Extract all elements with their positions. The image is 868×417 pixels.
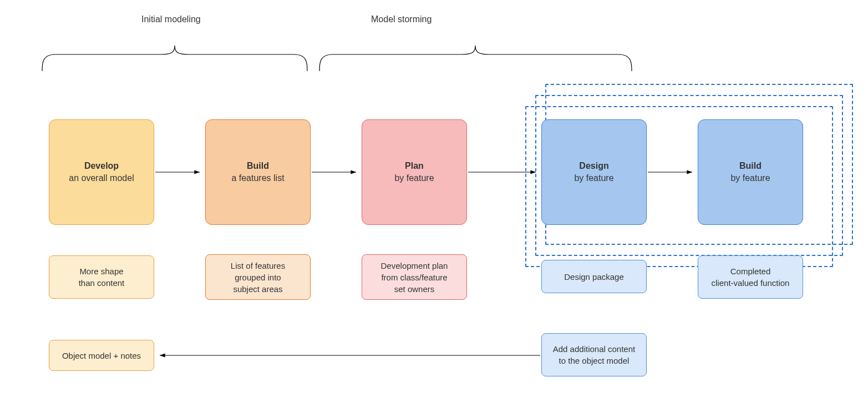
box-design-title: Design	[579, 160, 608, 172]
box-build2-sub: by feature	[730, 172, 770, 184]
box-develop: Develop an overall model	[49, 119, 154, 225]
phase-label-initial: Initial modeling	[141, 14, 201, 24]
note-objectmodel: Object model + notes	[49, 340, 154, 371]
box-build2: Build by feature	[698, 119, 803, 225]
note-develop: More shapethan content	[49, 255, 154, 299]
brace-storming	[316, 30, 635, 74]
arrow-2	[311, 167, 362, 178]
arrow-1	[154, 167, 205, 178]
box-design-sub: by feature	[574, 172, 613, 184]
box-develop-title: Develop	[84, 160, 119, 172]
phase-label-storming: Model storming	[371, 14, 432, 24]
box-build1-title: Build	[247, 160, 269, 172]
arrow-feedback	[154, 350, 542, 361]
box-build1-sub: a features list	[231, 172, 284, 184]
arrow-4	[647, 167, 698, 178]
note-build2: Completedclient-valued function	[698, 255, 803, 299]
box-plan-title: Plan	[405, 160, 424, 172]
note-build1: List of featuresgrouped intosubject area…	[205, 254, 311, 300]
note-addcontent: Add additional contentto the object mode…	[541, 333, 647, 376]
box-design: Design by feature	[541, 119, 647, 225]
box-develop-sub: an overall model	[69, 172, 134, 184]
note-design: Design package	[541, 260, 647, 293]
box-build1: Build a features list	[205, 119, 311, 225]
arrow-3	[467, 167, 541, 178]
note-plan: Development planfrom class/featureset ow…	[362, 254, 467, 300]
box-build2-title: Build	[739, 160, 762, 172]
box-plan: Plan by feature	[362, 119, 467, 225]
box-plan-sub: by feature	[394, 172, 434, 184]
brace-initial	[39, 30, 311, 74]
